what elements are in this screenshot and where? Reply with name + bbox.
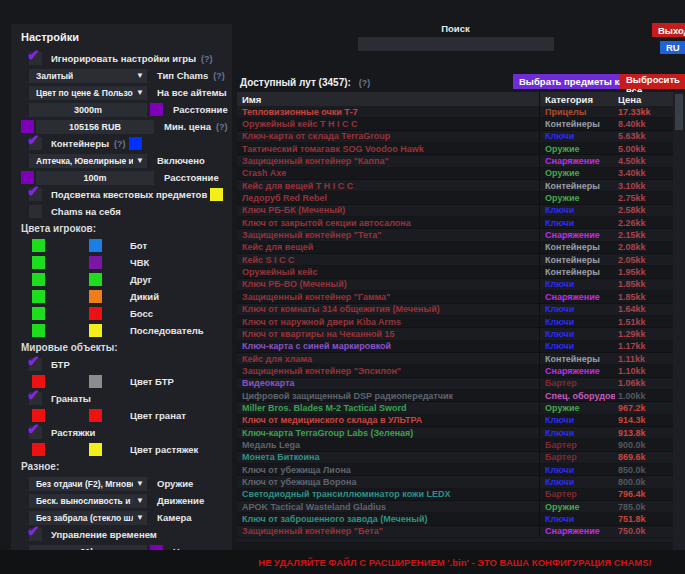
table-row[interactable]: Защищенный контейнер "Тета"Снаряжение2.1… <box>237 229 673 241</box>
checkbox[interactable]: ✔ <box>29 52 42 65</box>
color-swatch[interactable] <box>32 290 45 303</box>
checkbox[interactable] <box>29 205 42 218</box>
table-row[interactable]: Кейс для вещейКонтейнеры2.08kk <box>237 242 673 254</box>
table-row[interactable]: Ключ от заброшенного завода (Меченый)Клю… <box>237 513 673 525</box>
exit-button[interactable]: Выход <box>652 23 685 37</box>
item-name: Цифровой защищенный DSP радиопередатчик <box>237 390 540 401</box>
table-row[interactable]: Ключ от закрытой секции автосалонаКлючи2… <box>237 217 673 229</box>
color-swatch[interactable] <box>129 137 142 150</box>
table-row[interactable]: Ключ-карта TerraGroup Labs (Зеленая)Ключ… <box>237 427 673 439</box>
color-swatch[interactable] <box>32 273 45 286</box>
value-input[interactable]: 100m <box>36 171 154 185</box>
drop-all-button[interactable]: Выбросить все <box>620 74 685 89</box>
checkbox[interactable]: ✔ <box>29 528 42 541</box>
dropdown[interactable]: Без забрала (стекло шлема)▼ <box>29 511 147 525</box>
table-row[interactable]: Цифровой защищенный DSP радиопередатчикС… <box>237 390 673 402</box>
color-swatch[interactable] <box>89 256 102 269</box>
table-row[interactable]: Ключ от убежища ВоронаКлючи800.0k <box>237 476 673 488</box>
table-row[interactable]: Ключ РБ-ВО (Меченый)Ключи1.85kk <box>237 279 673 291</box>
dropdown[interactable]: Беск. выносливость и нет уста▼ <box>29 494 147 508</box>
item-price: 785.0k <box>615 502 673 512</box>
table-row[interactable]: Тепловизионные очки Т-7Прицелы17.33kk <box>237 106 673 118</box>
table-row[interactable]: Ключ от комнаты 314 общежития (Меченый)К… <box>237 304 673 316</box>
table-row[interactable]: Защищенный контейнер "Бета"Снаряжение750… <box>237 526 673 538</box>
table-row[interactable]: Кейс S I C CКонтейнеры2.05kk <box>237 254 673 266</box>
item-category: Ключи <box>540 218 615 228</box>
checkbox[interactable]: ✔ <box>29 392 42 405</box>
table-row[interactable]: Защищенный контейнер "Эпсилон"Снаряжение… <box>237 365 673 377</box>
color-swatch[interactable] <box>210 188 223 201</box>
color-swatch[interactable] <box>89 409 102 422</box>
item-name: Кейс для вещей T H I C C <box>237 180 540 191</box>
item-price: 2.05kk <box>615 255 673 265</box>
table-scrollbar[interactable] <box>673 92 685 550</box>
table-row[interactable]: Ключ РБ-БК (Меченый)Ключи2.58kk <box>237 205 673 217</box>
color-swatch[interactable] <box>89 307 102 320</box>
table-row[interactable]: Crash AxeОружие3.40kk <box>237 168 673 180</box>
dropdown[interactable]: Без отдачи (F2), Мгновенное п▼ <box>29 477 147 491</box>
scrollbar-thumb[interactable] <box>675 94 683 130</box>
checkbox[interactable]: ✔ <box>29 358 42 371</box>
item-price: 2.08kk <box>615 242 673 252</box>
item-name: Видеокарта <box>237 378 540 389</box>
table-row[interactable]: Miller Bros. Blades M-2 Tactical SwordОр… <box>237 402 673 414</box>
dropdown[interactable]: Залитый▼ <box>29 69 147 83</box>
color-swatch[interactable] <box>32 324 45 337</box>
color-swatch[interactable] <box>32 307 45 320</box>
table-row[interactable]: Ключ от наружной двери Kiba ArmsКлючи1.5… <box>237 316 673 328</box>
item-name: Оружейный кейс <box>237 266 540 277</box>
color-swatch[interactable] <box>89 239 102 252</box>
table-row[interactable]: Ключ-карта от склада TerraGroupКлючи5.63… <box>237 131 673 143</box>
search-input[interactable] <box>358 37 554 51</box>
color-swatch[interactable] <box>32 443 45 456</box>
item-category: Бартер <box>540 452 615 462</box>
table-row[interactable]: Оружейный кейс T H I C CКонтейнеры8.40kk <box>237 118 673 130</box>
table-row[interactable]: Ключ от медицинского склада в УЛЬТРАКлюч… <box>237 415 673 427</box>
color-swatch[interactable] <box>89 290 102 303</box>
color-swatch[interactable] <box>32 256 45 269</box>
table-row[interactable]: Ключ-карта с синей маркировкойКлючи1.17k… <box>237 341 673 353</box>
checkbox[interactable]: ✔ <box>29 137 42 150</box>
dropdown[interactable]: Аптечка, Ювелирные и...▼ <box>29 154 147 168</box>
dropdown[interactable]: Цвет по цене & Пользователь▼ <box>29 86 147 100</box>
table-row[interactable]: Защищенный контейнер "Гамма"Снаряжение1.… <box>237 291 673 303</box>
item-name: Ключ-карта от склада TerraGroup <box>237 131 540 142</box>
table-row[interactable]: Ключ от квартиры на Чеканной 15Ключи1.29… <box>237 328 673 340</box>
color-swatch[interactable] <box>32 239 45 252</box>
value-input[interactable]: 105156 RUB <box>36 120 154 134</box>
table-row[interactable]: Монета БиткоинаБартер869.6k <box>237 452 673 464</box>
color-swatch[interactable] <box>150 103 163 116</box>
value-input[interactable]: 3000m <box>29 103 147 117</box>
checkbox[interactable]: ✔ <box>29 188 42 201</box>
item-category: Контейнеры <box>540 255 615 265</box>
table-row[interactable]: Ледоруб Red RebelОружие2.75kk <box>237 192 673 204</box>
item-category: Оружие <box>540 403 615 413</box>
item-category: Спец. оборудование <box>540 391 615 401</box>
color-row-label: ЧВК <box>130 257 149 268</box>
table-row-partial[interactable] <box>237 538 673 543</box>
settings-row: Цвета игроков: <box>21 220 232 237</box>
table-row[interactable]: APOK Tactical Wasteland GladiusОружие785… <box>237 501 673 513</box>
table-row[interactable]: Медаль LegaБартер900.0k <box>237 439 673 451</box>
table-row[interactable]: Ключ от убежища ЛионаКлючи850.0k <box>237 464 673 476</box>
language-button[interactable]: RU <box>660 41 685 54</box>
checkbox[interactable]: ✔ <box>29 426 42 439</box>
table-row[interactable]: Оружейный кейсКонтейнеры1.95kk <box>237 266 673 278</box>
color-swatch[interactable] <box>89 375 102 388</box>
column-name[interactable]: Имя <box>237 92 540 106</box>
table-row[interactable]: ВидеокартаБартер1.06kk <box>237 378 673 390</box>
column-category[interactable]: Категория <box>540 94 615 105</box>
item-name: Crash Axe <box>237 168 540 179</box>
table-row[interactable]: Защищенный контейнер "Каппа"Снаряжение4.… <box>237 155 673 167</box>
color-swatch[interactable] <box>89 324 102 337</box>
color-swatch[interactable] <box>89 273 102 286</box>
table-row[interactable]: Кейс для вещей T H I C CКонтейнеры3.10kk <box>237 180 673 192</box>
table-row[interactable]: Тактический томагавк SOG Voodoo HawkОруж… <box>237 143 673 155</box>
loot-table-body: Тепловизионные очки Т-7Прицелы17.33kkОру… <box>237 106 673 543</box>
table-row[interactable]: Светодиодный трансиллюминатор кожи LEDXБ… <box>237 489 673 501</box>
table-row[interactable]: Кейс для хламаКонтейнеры1.11kk <box>237 353 673 365</box>
column-price[interactable]: Цена <box>615 94 673 105</box>
item-price: 1.06kk <box>615 378 673 388</box>
color-swatch[interactable] <box>89 443 102 456</box>
item-name: Ледоруб Red Rebel <box>237 192 540 203</box>
